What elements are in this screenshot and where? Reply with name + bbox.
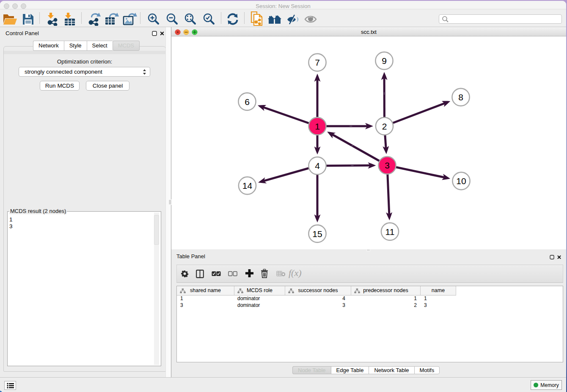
svg-text:7: 7 (315, 58, 320, 67)
svg-text:2: 2 (382, 121, 387, 131)
svg-text:15: 15 (312, 229, 322, 239)
svg-text:9: 9 (382, 56, 387, 66)
svg-text:4: 4 (315, 161, 320, 171)
svg-text:8: 8 (458, 92, 463, 102)
svg-text:10: 10 (456, 176, 466, 186)
svg-text:14: 14 (242, 181, 253, 190)
svg-text:1: 1 (315, 121, 320, 131)
svg-text:11: 11 (385, 227, 395, 237)
svg-text:6: 6 (245, 97, 250, 107)
svg-text:3: 3 (385, 160, 390, 170)
